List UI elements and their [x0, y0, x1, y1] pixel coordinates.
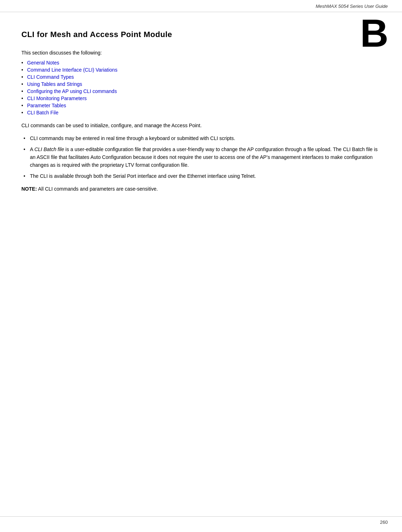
toc-link-6[interactable]: CLI Monitoring Parameters	[27, 95, 87, 101]
page-footer: 260	[0, 516, 402, 525]
toc-item-8[interactable]: CLI Batch File	[21, 110, 381, 115]
page-number: 260	[380, 520, 388, 525]
body-bullet-2-prefix: A	[30, 146, 34, 152]
toc-item-3[interactable]: CLI Command Types	[21, 74, 381, 80]
toc-link-4[interactable]: Using Tables and Strings	[27, 81, 82, 87]
toc-link-2[interactable]: Command Line Interface (CLI) Variations	[27, 67, 117, 73]
body-bullet-1: CLI commands may be entered in real time…	[21, 135, 381, 143]
toc-link-8[interactable]: CLI Batch File	[27, 110, 58, 115]
intro-text: This section discusses the following:	[21, 50, 381, 56]
toc-item-2[interactable]: Command Line Interface (CLI) Variations	[21, 67, 381, 73]
toc-item-4[interactable]: Using Tables and Strings	[21, 81, 381, 87]
body-bullet-3-text: The CLI is available through both the Se…	[30, 173, 256, 179]
body-bullet-1-text: CLI commands may be entered in real time…	[30, 135, 235, 141]
body-list: CLI commands may be entered in real time…	[21, 135, 381, 180]
toc-link-3[interactable]: CLI Command Types	[27, 74, 74, 80]
toc-link-5[interactable]: Configuring the AP using CLI commands	[27, 88, 117, 94]
note-content: All CLI commands and parameters are case…	[37, 186, 158, 192]
toc-item-5[interactable]: Configuring the AP using CLI commands	[21, 88, 381, 94]
body-bullet-2-term: CLI Batch file	[34, 146, 64, 152]
appendix-letter: B	[360, 14, 388, 53]
body-bullet-2-suffix: is a user-editable configuration file th…	[30, 146, 377, 167]
chapter-title: CLI for Mesh and Access Point Module	[21, 30, 381, 39]
page-container: MeshMAX 5054 Series User Guide B CLI for…	[0, 0, 402, 532]
toc-item-1[interactable]: General Notes	[21, 60, 381, 66]
toc-item-6[interactable]: CLI Monitoring Parameters	[21, 95, 381, 101]
toc-item-7[interactable]: Parameter Tables	[21, 103, 381, 108]
body-bullet-3: The CLI is available through both the Se…	[21, 172, 381, 180]
header-title: MeshMAX 5054 Series User Guide	[316, 4, 388, 9]
toc-link-1[interactable]: General Notes	[27, 60, 59, 66]
page-header: MeshMAX 5054 Series User Guide	[0, 0, 402, 12]
main-content: CLI for Mesh and Access Point Module Thi…	[0, 12, 402, 212]
toc-link-7[interactable]: Parameter Tables	[27, 103, 66, 108]
note-label: NOTE:	[21, 186, 37, 192]
body-intro: CLI commands can be used to initialize, …	[21, 122, 381, 130]
body-bullet-2: A CLI Batch file is a user-editable conf…	[21, 146, 381, 169]
note-paragraph: NOTE: All CLI commands and parameters ar…	[21, 185, 381, 193]
toc-list: General Notes Command Line Interface (CL…	[21, 60, 381, 115]
